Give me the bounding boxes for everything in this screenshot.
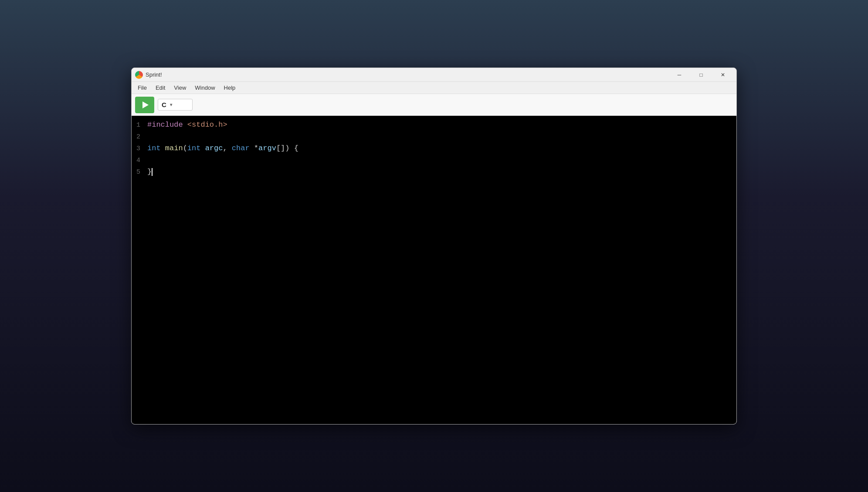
menu-help[interactable]: Help	[220, 83, 240, 93]
run-button[interactable]	[135, 97, 154, 113]
code-content-1: #include <stdio.h>	[147, 119, 227, 131]
text-cursor	[152, 168, 153, 176]
app-icon	[135, 71, 143, 79]
title-bar: Sprint! ─ □ ✕	[132, 68, 736, 82]
chevron-down-icon: ▾	[170, 102, 172, 107]
code-line-1: 1 #include <stdio.h>	[132, 119, 736, 131]
code-content-3: int main(int argc, char *argv[]) {	[147, 143, 298, 154]
code-line-4: 4	[132, 155, 736, 166]
line-number-4: 4	[132, 155, 147, 166]
code-line-5: 5 }	[132, 166, 736, 178]
menu-file[interactable]: File	[133, 83, 151, 93]
code-content-4	[147, 155, 152, 166]
code-content-5: }	[147, 166, 153, 178]
language-selector[interactable]: C ▾	[158, 99, 193, 111]
code-area: 1 #include <stdio.h> 2 3 int main(int ar…	[132, 116, 736, 424]
minimize-button[interactable]: ─	[669, 69, 689, 81]
code-line-3: 3 int main(int argc, char *argv[]) {	[132, 143, 736, 155]
line-number-2: 2	[132, 131, 147, 143]
play-icon	[142, 101, 149, 108]
close-button[interactable]: ✕	[713, 69, 733, 81]
window-title: Sprint!	[146, 71, 669, 78]
line-number-1: 1	[132, 120, 147, 131]
language-label: C	[162, 101, 166, 108]
toolbar: C ▾	[132, 94, 736, 116]
menu-bar: File Edit View Window Help	[132, 82, 736, 94]
code-line-2: 2	[132, 131, 736, 143]
menu-window[interactable]: Window	[190, 83, 219, 93]
menu-view[interactable]: View	[170, 83, 190, 93]
line-number-5: 5	[132, 167, 147, 178]
window-controls: ─ □ ✕	[669, 69, 733, 81]
app-window: Sprint! ─ □ ✕ File Edit View Window Help…	[131, 67, 737, 425]
line-number-3: 3	[132, 143, 147, 155]
maximize-button[interactable]: □	[691, 69, 711, 81]
menu-edit[interactable]: Edit	[151, 83, 170, 93]
code-content-2	[147, 131, 152, 142]
code-editor[interactable]: 1 #include <stdio.h> 2 3 int main(int ar…	[132, 116, 736, 424]
sprint-logo-icon	[135, 71, 143, 79]
